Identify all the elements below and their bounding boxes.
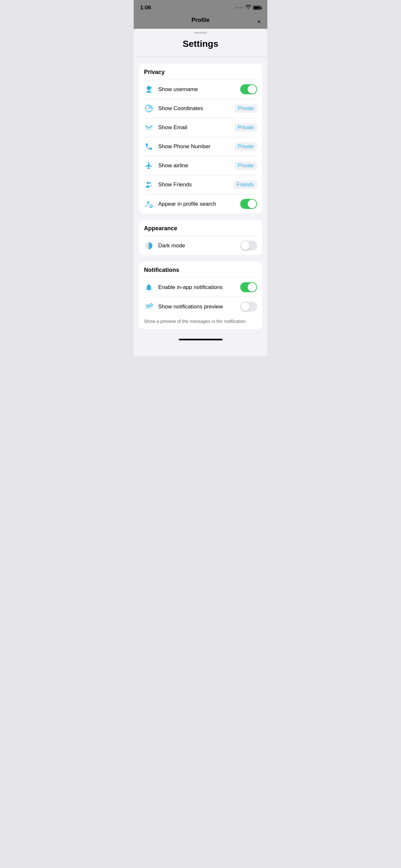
show-friends-row: Show Friends Friends: [144, 175, 257, 194]
appear-search-label: Appear in profile search: [158, 201, 236, 207]
show-friends-label: Show Friends: [158, 182, 229, 188]
status-bar: 1:06: [134, 0, 267, 14]
notifications-preview-toggle[interactable]: [240, 302, 257, 312]
coordinates-icon: [144, 104, 154, 113]
email-icon: [144, 123, 154, 132]
show-phone-label: Show Phone Number: [158, 144, 230, 150]
phone-icon: [144, 142, 154, 151]
darkmode-icon: [144, 241, 154, 251]
show-coordinates-label: Show Coordinates: [158, 105, 230, 112]
dark-mode-toggle[interactable]: [240, 241, 257, 251]
close-button[interactable]: ×: [257, 18, 261, 25]
airline-icon: [144, 161, 154, 170]
show-coordinates-value[interactable]: Private: [235, 104, 257, 113]
notifications-preview-label: Show notifications preview: [158, 304, 236, 310]
show-airline-value[interactable]: Private: [235, 161, 257, 170]
appearance-section: Appearance Dark mode: [139, 220, 262, 255]
notifications-header: Notifications: [144, 267, 257, 274]
svg-rect-2: [145, 125, 152, 130]
signal-dots: [235, 7, 243, 8]
sheet-title: Settings: [134, 35, 267, 57]
svg-point-10: [150, 304, 152, 305]
appear-search-row: Appear in profile search: [144, 194, 257, 213]
show-email-row: Show Email Private: [144, 118, 257, 137]
show-username-label: Show username: [158, 86, 236, 93]
header-bar: Profile ×: [134, 14, 267, 29]
show-airline-label: Show airline: [158, 162, 230, 169]
home-indicator: [134, 336, 267, 343]
show-airline-row: Show airline Private: [144, 156, 257, 175]
wifi-icon: [245, 5, 251, 11]
show-phone-row: Show Phone Number Private: [144, 137, 257, 156]
bell-icon: [144, 283, 154, 292]
status-icons: [235, 5, 261, 11]
privacy-section: Privacy Show username: [139, 64, 262, 213]
sheet-handle: [134, 29, 267, 35]
appearance-header: Appearance: [144, 225, 257, 232]
username-icon: [144, 85, 154, 94]
svg-point-3: [147, 182, 149, 184]
dark-mode-label: Dark mode: [158, 243, 236, 249]
notifications-preview-description: Show a preview of the messages in the no…: [144, 316, 257, 329]
show-phone-value[interactable]: Private: [235, 143, 257, 151]
battery-icon: [253, 6, 261, 10]
show-username-toggle[interactable]: [240, 84, 257, 94]
status-time: 1:06: [140, 4, 151, 11]
svg-point-5: [147, 201, 150, 204]
notifications-section: Notifications Enable in-app notification…: [139, 261, 262, 329]
svg-point-4: [149, 182, 151, 184]
home-bar: [179, 339, 222, 340]
show-email-value[interactable]: Private: [235, 123, 257, 132]
dot4: [242, 7, 243, 8]
enable-notifications-row: Enable in-app notifications: [144, 277, 257, 297]
enable-notifications-toggle[interactable]: [240, 282, 257, 292]
show-friends-value[interactable]: Friends: [234, 181, 257, 189]
search-profile-icon: [144, 199, 154, 209]
svg-point-8: [147, 305, 148, 306]
show-email-label: Show Email: [158, 124, 230, 131]
show-coordinates-row: Show Coordinates Private: [144, 99, 257, 118]
enable-notifications-label: Enable in-app notifications: [158, 284, 236, 290]
preview-icon: [144, 302, 154, 312]
settings-sheet: Settings Privacy Show username: [134, 29, 267, 356]
dark-mode-row: Dark mode: [144, 236, 257, 255]
friends-icon: [144, 180, 154, 190]
handle-bar: [194, 32, 207, 34]
show-username-row: Show username: [144, 80, 257, 99]
dot2: [238, 7, 239, 8]
dot1: [235, 7, 237, 8]
privacy-header: Privacy: [144, 69, 257, 75]
notifications-preview-row: Show notifications preview: [144, 297, 257, 316]
appear-search-toggle[interactable]: [240, 199, 257, 209]
dot3: [240, 7, 241, 8]
header-title: Profile: [191, 17, 210, 24]
